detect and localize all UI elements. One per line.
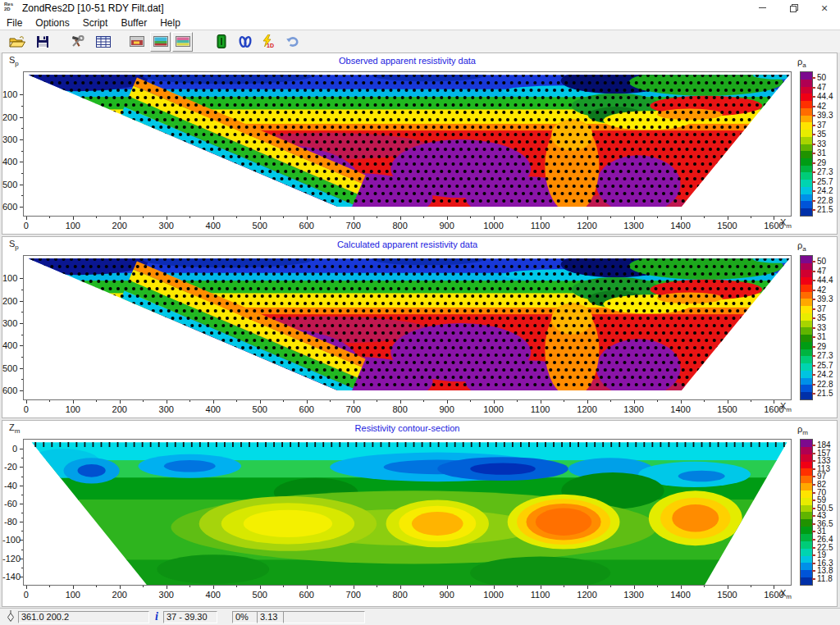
close-button[interactable]: × bbox=[809, 0, 840, 16]
x-tick-label: 1000 bbox=[483, 404, 503, 414]
menu-item-help[interactable]: Help bbox=[153, 17, 187, 29]
colorbar-tick bbox=[812, 190, 815, 192]
colorbar-tick bbox=[812, 327, 815, 329]
y-tick-label: -100 bbox=[2, 535, 17, 545]
view-three-sections-button[interactable] bbox=[172, 32, 193, 52]
x-axis-tick bbox=[143, 217, 144, 218]
menu-item-options[interactable]: Options bbox=[29, 17, 75, 29]
x-axis-tick bbox=[167, 217, 167, 220]
x-axis-tick bbox=[751, 586, 751, 587]
minimize-icon bbox=[759, 7, 766, 8]
x-axis-tick bbox=[634, 217, 635, 220]
x-tick-label: 1100 bbox=[531, 221, 550, 230]
colorbar-tick bbox=[812, 476, 815, 477]
x-tick-label: 1100 bbox=[531, 404, 550, 414]
y-axis-tick bbox=[20, 185, 23, 185]
calculated-section-canvas[interactable] bbox=[24, 256, 791, 399]
x-axis-tick bbox=[400, 586, 401, 589]
model-editor-button[interactable] bbox=[235, 32, 255, 52]
open-file-button[interactable] bbox=[7, 32, 27, 52]
colorbar-tick-label: 50 bbox=[817, 73, 826, 82]
x-axis-tick bbox=[470, 586, 471, 587]
colorbar-unit-label: ρm bbox=[797, 424, 808, 436]
start-inversion-button[interactable] bbox=[211, 32, 231, 52]
colorbar-tick-label: 33 bbox=[817, 323, 826, 332]
x-axis-tick bbox=[610, 217, 611, 218]
view-pseudosection-button[interactable] bbox=[126, 32, 147, 52]
model-section-canvas[interactable] bbox=[24, 440, 791, 585]
title-bar[interactable]: Res2D ZondRes2D [10-51 RDY Filt.dat] × bbox=[0, 0, 840, 16]
y-axis-tick bbox=[20, 117, 23, 118]
save-button[interactable] bbox=[32, 32, 52, 52]
x-axis-tick bbox=[330, 586, 331, 587]
colorbar-tick-label: 21.5 bbox=[817, 205, 833, 214]
x-axis-tick bbox=[354, 400, 354, 404]
minimize-button[interactable] bbox=[746, 0, 778, 16]
svg-text:1D: 1D bbox=[267, 43, 274, 48]
table-icon bbox=[96, 36, 111, 48]
x-tick-label: 1500 bbox=[717, 590, 737, 600]
x-tick-label: 1600 bbox=[764, 221, 783, 230]
x-axis-tick bbox=[587, 400, 588, 404]
settings-button[interactable] bbox=[67, 32, 88, 52]
colorbar-tick bbox=[812, 106, 815, 107]
x-tick-label: 0 bbox=[24, 221, 29, 230]
tools-icon bbox=[71, 35, 85, 48]
restore-button[interactable] bbox=[778, 0, 809, 16]
x-axis-tick bbox=[330, 400, 331, 402]
x-axis-tick bbox=[283, 400, 284, 402]
y-axis-tick bbox=[21, 335, 23, 335]
app-icon: Res2D bbox=[4, 2, 17, 14]
x-axis-tick bbox=[167, 586, 167, 589]
y-axis-unit-label: Sp bbox=[9, 239, 19, 251]
x-axis-tick bbox=[96, 586, 97, 587]
x-axis-tick bbox=[213, 586, 214, 589]
x-tick-label: 400 bbox=[206, 404, 221, 414]
menu-item-file[interactable]: File bbox=[0, 17, 29, 29]
x-axis-tick bbox=[49, 400, 50, 402]
colorbar-tick-label: 24.2 bbox=[817, 370, 833, 379]
x-tick-label: 1300 bbox=[623, 221, 643, 230]
three-sections-thumb-icon bbox=[176, 36, 190, 47]
y-axis-tick bbox=[21, 290, 23, 290]
x-axis-tick bbox=[260, 400, 261, 404]
view-two-sections-button[interactable] bbox=[150, 32, 171, 52]
x-axis-tick bbox=[774, 400, 774, 404]
y-axis-tick bbox=[21, 531, 23, 531]
colorbar-tick bbox=[812, 271, 815, 272]
x-tick-label: 1500 bbox=[717, 404, 737, 414]
x-tick-label: 1000 bbox=[483, 590, 503, 600]
colorbar-tick-label: 31 bbox=[817, 148, 826, 157]
menu-item-script[interactable]: Script bbox=[76, 17, 115, 29]
one-d-inversion-button[interactable]: 1D bbox=[257, 32, 277, 52]
observed-section-canvas[interactable] bbox=[24, 72, 791, 216]
x-axis-tick bbox=[704, 217, 705, 218]
x-tick-label: 1300 bbox=[623, 404, 643, 414]
x-axis-tick bbox=[143, 586, 144, 587]
x-axis-tick bbox=[236, 400, 237, 402]
x-axis-tick bbox=[49, 217, 50, 218]
plumb-icon bbox=[7, 610, 15, 625]
status-coordinates: 361.0 200.2 bbox=[18, 611, 149, 623]
status-misfit: 3.13 bbox=[257, 611, 285, 623]
undo-button[interactable] bbox=[282, 32, 303, 52]
y-axis-tick bbox=[20, 486, 23, 486]
y-axis-tick bbox=[21, 173, 23, 174]
colorbar-tick bbox=[812, 290, 815, 291]
x-axis-tick bbox=[236, 217, 237, 218]
colorbar-tick bbox=[812, 365, 815, 367]
x-axis-tick bbox=[26, 400, 27, 404]
colorbar-tick bbox=[812, 445, 815, 446]
x-axis-tick bbox=[143, 400, 144, 402]
x-axis-tick bbox=[73, 586, 74, 589]
x-axis-tick bbox=[96, 400, 97, 402]
observed-panel: Observed apparent resistivity data Sp Xm… bbox=[2, 52, 838, 235]
x-axis-tick bbox=[728, 400, 728, 404]
x-tick-label: 600 bbox=[299, 221, 314, 230]
data-table-button[interactable] bbox=[93, 32, 113, 52]
chart-area: Observed apparent resistivity data Sp Xm… bbox=[0, 52, 840, 609]
x-tick-label: 400 bbox=[206, 590, 221, 600]
x-axis-tick bbox=[564, 586, 564, 587]
colorbar-tick-label: 39.3 bbox=[817, 111, 833, 120]
menu-item-buffer[interactable]: Buffer bbox=[114, 17, 153, 29]
